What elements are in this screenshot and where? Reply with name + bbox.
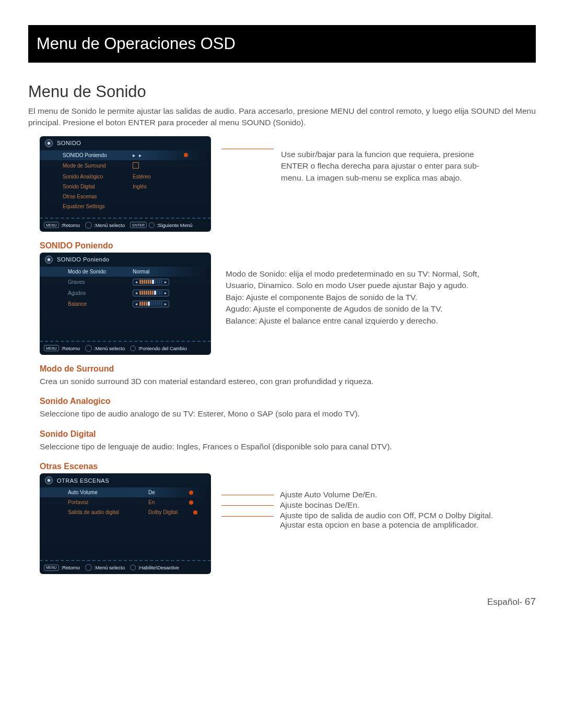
heading-surround: Modo de Surround: [40, 364, 536, 374]
slider-agudos[interactable]: ◂ ▸: [133, 290, 169, 296]
osd-panel-sonido: SONIDO SONIDO Poniendo ▸ ▸ Mode de Surro…: [40, 136, 211, 232]
menu-item-modo-sonido[interactable]: Modo de Sonido Normal: [40, 267, 211, 277]
menu-item-balance[interactable]: Balance ◂ ▸: [40, 299, 211, 309]
box-icon: [133, 162, 139, 169]
page-title-band: Menu de Operaciones OSD: [28, 25, 536, 63]
speaker-icon: [45, 256, 53, 264]
panel-footer: MENU:Retorno :Menú selecto ENTER:Siguien…: [40, 218, 211, 232]
menu-item-analogico[interactable]: Sonido Analógico Estéreo: [40, 172, 211, 182]
slider-left-cap-icon: ◂: [134, 291, 138, 295]
slider-balance[interactable]: ◂ ▸: [133, 301, 169, 307]
updown-icon: [85, 345, 92, 352]
panel-footer: MENU:Retorno :Menú selecto :Habilite\Des…: [40, 560, 211, 574]
callout-autovolume: Ajuste Auto Volume De/En.: [280, 490, 377, 499]
menu-item-sonido-poniendo[interactable]: SONIDO Poniendo ▸ ▸: [40, 150, 211, 160]
heading-digital: Sonido Digital: [40, 429, 536, 439]
osd-panel-header: OTRAS ESCENAS: [40, 473, 211, 487]
speaker-icon: [45, 476, 53, 484]
slider-left-cap-icon: ◂: [134, 302, 138, 306]
osd-panel-header: SONIDO: [40, 136, 211, 150]
callout-dot: [193, 510, 197, 515]
desc-analogico: Seleccione tipo de audio analogo de su T…: [40, 408, 536, 420]
updown-icon: [85, 222, 92, 229]
heading-poniendo: SONIDO Poniendo: [40, 241, 536, 250]
enter-pill-icon: ENTER: [130, 222, 147, 228]
osd-panel-header: SONIDO Poniendo: [40, 253, 211, 267]
updown-icon: [85, 564, 92, 571]
panel-footer: MENU:Retorno :Menú selecto :Poniendo del…: [40, 341, 211, 355]
callout-dot: [189, 500, 193, 505]
heading-otras: Otras Escenas: [40, 462, 536, 471]
callout-dot: [189, 491, 193, 495]
menu-item-digital[interactable]: Sonido Digital Inglés: [40, 182, 211, 192]
panel-title: OTRAS ESCENAS: [57, 478, 109, 484]
right-arrow-icon: [149, 222, 155, 228]
leftright-icon: [130, 345, 136, 351]
callout-dot: [184, 153, 188, 157]
slider-graves[interactable]: ◂ ▸: [133, 279, 169, 285]
callout-salida-1: Ajuste tipo de salida de audio con Off, …: [280, 511, 493, 520]
callout-line: [221, 149, 274, 149]
menu-pill-icon: MENU: [44, 565, 59, 571]
slider-right-cap-icon: ▸: [163, 280, 168, 284]
menu-pill-icon: MENU: [44, 345, 59, 351]
menu-item-graves[interactable]: Graves ◂ ▸: [40, 277, 211, 288]
callout-line: [221, 495, 274, 495]
page-number: 67: [525, 596, 536, 607]
slider-right-cap-icon: ▸: [163, 291, 168, 295]
intro-paragraph: El menu de Sonido le permite ajustar las…: [28, 105, 536, 129]
panel1-note: Use subir/bajar para la funcion que requ…: [281, 149, 500, 184]
menu-item-agudos[interactable]: Agudos ◂ ▸: [40, 288, 211, 299]
menu-pill-icon: MENU: [44, 222, 59, 228]
speaker-icon: [45, 139, 53, 147]
menu-item-otras[interactable]: Otras Escenas: [40, 192, 211, 201]
callout-line: [221, 516, 274, 517]
menu-item-portavoz[interactable]: Portavoz En: [40, 497, 211, 507]
menu-item-auto-volume[interactable]: Auto Volume De: [40, 487, 211, 497]
page-footer: Español- 67: [28, 596, 536, 607]
desc-digital: Seleccione tipo de lenguaje de audio: In…: [40, 441, 536, 452]
panel-title: SONIDO Poniendo: [57, 256, 109, 262]
panel-title: SONIDO: [57, 140, 81, 146]
heading-analogico: Sonido Analogico: [40, 397, 536, 406]
leftright-icon: [130, 565, 136, 570]
callout-portavoz: Ajuste bocinas De/En.: [280, 500, 360, 510]
menu-item-surround[interactable]: Mode de Surround: [40, 160, 211, 172]
slider-right-cap-icon: ▸: [163, 302, 168, 306]
slider-left-cap-icon: ◂: [134, 280, 138, 284]
osd-panel-otras: OTRAS ESCENAS Auto Volume De Portavoz En…: [40, 473, 211, 574]
menu-item-equalizer[interactable]: Equalizer Settings: [40, 201, 211, 211]
osd-panel-poniendo: SONIDO Poniendo Modo de Sonido Normal Gr…: [40, 253, 211, 355]
menu-item-salida-digital[interactable]: Salida de audio digital Dolby Digital: [40, 507, 211, 517]
page-title: Menu de Operaciones OSD: [37, 34, 236, 53]
desc-surround: Crea un sonido surround 3D con material …: [40, 376, 536, 387]
section-heading-main: Menu de Sonido: [28, 82, 536, 101]
callout-salida-2: Ajustar esta opcion en base a potencia d…: [280, 520, 493, 530]
callout-line: [221, 505, 274, 506]
footer-lang: Español-: [487, 597, 522, 607]
panel2-note: Modo de Sonido: elija el modo predetermi…: [226, 268, 497, 327]
